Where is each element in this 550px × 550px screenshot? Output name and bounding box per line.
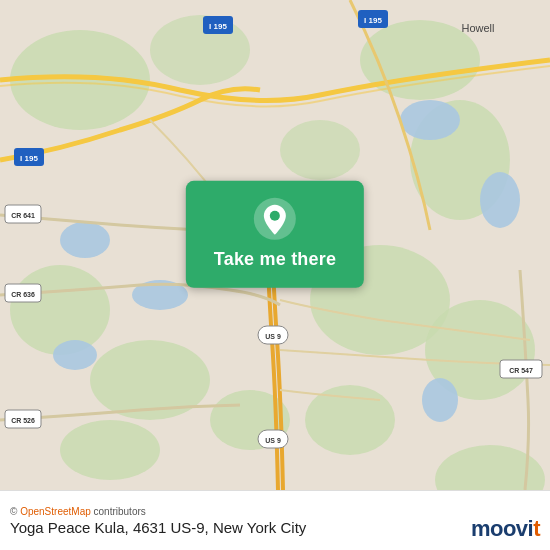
svg-point-14 [60, 222, 110, 258]
svg-point-8 [10, 265, 110, 355]
svg-text:CR 641: CR 641 [11, 212, 35, 219]
svg-text:Howell: Howell [461, 22, 494, 34]
moovit-logo: moovit [471, 516, 540, 542]
map-pin-icon [253, 197, 297, 241]
svg-point-6 [305, 385, 395, 455]
svg-point-13 [280, 120, 360, 180]
osm-link[interactable]: OpenStreetMap [20, 506, 91, 517]
svg-point-17 [480, 172, 520, 228]
svg-text:US 9: US 9 [265, 333, 281, 340]
svg-text:CR 636: CR 636 [11, 291, 35, 298]
svg-text:I 195: I 195 [20, 154, 38, 163]
svg-text:I 195: I 195 [364, 16, 382, 25]
svg-point-16 [400, 100, 460, 140]
attribution: © OpenStreetMap contributors [10, 506, 540, 517]
svg-text:CR 547: CR 547 [509, 367, 533, 374]
svg-point-40 [270, 211, 280, 221]
svg-point-18 [422, 378, 458, 422]
svg-text:I 195: I 195 [209, 22, 227, 31]
take-me-there-button[interactable]: Take me there [214, 249, 336, 270]
svg-point-15 [53, 340, 97, 370]
location-title: Yoga Peace Kula, 4631 US-9, New York Cit… [10, 519, 540, 536]
svg-point-12 [150, 15, 250, 85]
map-container: I 195 I 195 I 195 CR 641 CR 636 CR 526 C… [0, 0, 550, 490]
svg-point-10 [60, 420, 160, 480]
footer: © OpenStreetMap contributors Yoga Peace … [0, 490, 550, 550]
svg-text:CR 526: CR 526 [11, 417, 35, 424]
cta-overlay[interactable]: Take me there [186, 181, 364, 288]
svg-text:US 9: US 9 [265, 437, 281, 444]
